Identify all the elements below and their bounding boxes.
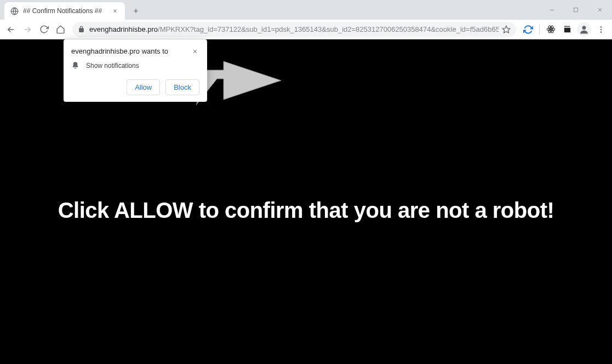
- new-tab-button[interactable]: [128, 3, 144, 19]
- bookmark-star-icon[interactable]: [502, 25, 511, 34]
- extension-clapper-icon[interactable]: [559, 22, 575, 37]
- svg-point-9: [600, 28, 602, 30]
- svg-point-7: [582, 26, 586, 30]
- minimize-button[interactable]: [540, 2, 564, 18]
- toolbar-divider: [539, 25, 540, 34]
- tab-title: ## Confirm Notifications ##: [23, 7, 111, 15]
- extension-atom-icon[interactable]: [543, 22, 558, 37]
- url-text: evenghadrinhisbe.pro/MPKRXK?tag_id=73712…: [89, 25, 499, 33]
- extension-icon[interactable]: [521, 22, 536, 37]
- browser-tab[interactable]: ## Confirm Notifications ##: [4, 2, 125, 20]
- maximize-button[interactable]: [564, 2, 588, 18]
- close-icon[interactable]: [191, 47, 199, 56]
- page-headline: Click ALLOW to confirm that you are not …: [58, 198, 554, 223]
- forward-button[interactable]: [20, 22, 35, 37]
- reload-button[interactable]: [36, 22, 52, 37]
- close-window-button[interactable]: [588, 2, 612, 18]
- address-bar[interactable]: evenghadrinhisbe.pro/MPKRXK?tag_id=73712…: [72, 22, 516, 37]
- browser-toolbar: evenghadrinhisbe.pro/MPKRXK?tag_id=73712…: [0, 20, 612, 39]
- lock-icon: [78, 26, 85, 33]
- back-button[interactable]: [3, 22, 19, 37]
- home-button[interactable]: [53, 22, 68, 37]
- allow-button[interactable]: Allow: [127, 79, 160, 95]
- bell-icon: [71, 61, 79, 70]
- permission-title: evenghadrinhisbe.pro wants to: [71, 47, 168, 55]
- url-path: /MPKRXK?tag_id=737122&sub_id1=pdsk_13651…: [158, 25, 499, 33]
- window-controls: [540, 0, 612, 20]
- svg-rect-1: [574, 8, 578, 12]
- block-button[interactable]: Block: [165, 79, 199, 95]
- svg-point-8: [600, 26, 602, 28]
- url-domain: evenghadrinhisbe.pro: [89, 25, 158, 33]
- profile-avatar[interactable]: [577, 22, 591, 37]
- tab-close-icon[interactable]: [111, 7, 119, 15]
- browser-tabbar: ## Confirm Notifications ##: [0, 0, 612, 20]
- svg-point-3: [550, 28, 552, 30]
- notification-permission-popup: evenghadrinhisbe.pro wants to Show notif…: [64, 39, 207, 102]
- svg-marker-2: [502, 26, 510, 33]
- permission-request-label: Show notifications: [86, 62, 139, 70]
- svg-point-10: [600, 31, 602, 33]
- browser-menu-button[interactable]: [593, 22, 609, 37]
- globe-icon: [10, 7, 19, 15]
